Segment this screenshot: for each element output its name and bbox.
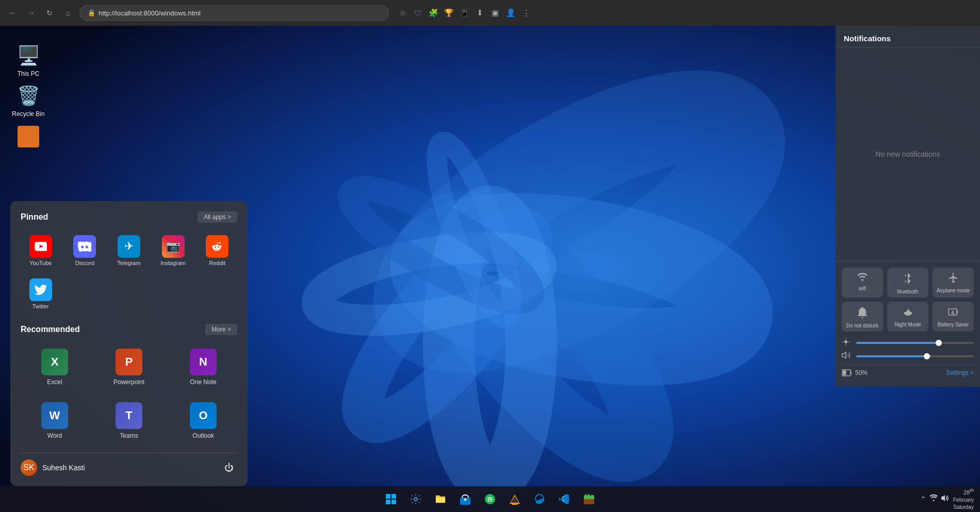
extra-icon (18, 126, 39, 147)
tray-expand-icon[interactable]: ⌃ (920, 495, 926, 503)
reddit-label: Reddit (209, 260, 225, 266)
svg-marker-30 (511, 496, 519, 503)
pinned-app-reddit[interactable]: Reddit (197, 231, 237, 270)
award-icon[interactable]: 🏆 (443, 7, 455, 19)
brightness-icon (842, 338, 852, 348)
recommended-app-teams[interactable]: T Teams (95, 397, 163, 444)
extensions-icon[interactable]: 🧩 (427, 7, 439, 19)
tab-icon[interactable]: ▣ (489, 7, 501, 19)
all-apps-button[interactable]: All apps > (198, 211, 237, 223)
recommended-title: Recommended (21, 325, 80, 334)
clock-month: February (953, 497, 974, 504)
back-button[interactable]: ← (5, 6, 20, 20)
recommended-app-onenote[interactable]: N One Note (169, 343, 237, 391)
desktop-icon-extra[interactable] (8, 124, 49, 150)
instagram-label: Instagram (160, 260, 186, 266)
home-button[interactable]: ⌂ (61, 6, 75, 20)
dnd-toggle[interactable]: Do not disturb (842, 302, 883, 332)
youtube-icon (29, 235, 52, 258)
pinned-header: Pinned All apps > (21, 211, 237, 223)
svg-rect-32 (512, 504, 518, 505)
svg-rect-19 (851, 371, 852, 374)
recommended-app-outlook[interactable]: O Outlook (169, 397, 237, 444)
twitter-icon (29, 278, 52, 301)
battery-info: 50% (842, 369, 868, 376)
power-button[interactable]: ⏻ (221, 459, 237, 476)
reload-button[interactable]: ↻ (42, 6, 57, 20)
night-mode-toggle[interactable]: Night Mode (887, 302, 928, 332)
brightness-slider[interactable] (856, 342, 974, 344)
onenote-icon: N (190, 349, 217, 375)
svg-rect-36 (588, 494, 590, 496)
taskbar-icon-files[interactable] (429, 488, 452, 510)
youtube-label: YouTube (29, 260, 52, 266)
svg-rect-35 (585, 494, 587, 497)
pinned-title: Pinned (21, 212, 48, 222)
taskbar-icon-vlc[interactable] (503, 488, 526, 510)
taskbar-icon-settings[interactable] (404, 488, 427, 510)
svg-rect-12 (957, 310, 958, 313)
url-text: http://localhost:8000/windows.html (99, 9, 201, 17)
taskbar-icon-vscode[interactable] (553, 488, 576, 510)
discord-label: Discord (75, 260, 94, 266)
address-bar[interactable]: 🔒 http://localhost:8000/windows.html (79, 5, 389, 21)
pinned-app-twitter[interactable]: Twitter (21, 274, 61, 313)
menu-icon[interactable]: ⋮ (520, 7, 532, 19)
taskbar-icon-spotify[interactable] (479, 488, 501, 510)
profile-icon[interactable]: 👤 (504, 7, 517, 19)
discord-icon (73, 235, 96, 258)
battery-saver-toggle[interactable]: Battery Saver (933, 302, 974, 332)
tray-volume-icon[interactable] (941, 494, 949, 503)
shield-icon[interactable]: 🛡 (412, 7, 424, 19)
teams-icon: T (116, 402, 142, 429)
dnd-icon (857, 307, 868, 321)
excel-icon: X (41, 349, 68, 375)
more-button[interactable]: More > (205, 324, 237, 335)
desktop: 🖥️ This PC 🗑️ Recycle Bin Pinned All app… (0, 26, 980, 512)
outlook-icon: O (190, 402, 217, 429)
airplane-toggle[interactable]: Airplane mode (933, 268, 974, 298)
device-icon[interactable]: 📱 (458, 7, 470, 19)
excel-label: Excel (47, 378, 62, 386)
recommended-app-word[interactable]: W Word (21, 397, 89, 444)
airplane-icon (948, 273, 958, 286)
recommended-app-powerpoint[interactable]: P Powerpoint (95, 343, 163, 391)
taskbar-icon-edge[interactable] (528, 488, 551, 510)
recommended-app-excel[interactable]: X Excel (21, 343, 89, 391)
user-name: Suhesh Kasti (42, 464, 85, 472)
notifications-empty: No new notifications (836, 47, 980, 261)
pinned-app-youtube[interactable]: YouTube (21, 231, 61, 270)
battery-row: 50% Settings > (842, 365, 974, 381)
desktop-icon-this-pc[interactable]: 🖥️ This PC (8, 41, 49, 79)
start-button[interactable] (380, 488, 402, 510)
battery-pct-label: 50% (855, 369, 868, 376)
taskbar-icon-minecraft[interactable] (578, 488, 600, 510)
taskbar-right: ⌃ 28th February Saturday (920, 487, 974, 511)
powerpoint-label: Powerpoint (113, 378, 144, 386)
taskbar-icon-store[interactable] (454, 488, 477, 510)
user-info[interactable]: SK Suhesh Kasti (21, 459, 85, 476)
taskbar: ⌃ 28th February Saturday (0, 486, 980, 512)
tray-wifi-icon[interactable] (929, 494, 938, 503)
recycle-bin-icon: 🗑️ (16, 84, 41, 108)
user-avatar: SK (21, 459, 37, 476)
desktop-icon-recycle-bin[interactable]: 🗑️ Recycle Bin (8, 81, 49, 120)
wifi-toggle[interactable]: wifi (842, 268, 883, 298)
recommended-header: Recommended More > (21, 324, 237, 335)
settings-link[interactable]: Settings > (946, 369, 974, 376)
notifications-title: Notifications (836, 26, 980, 47)
pinned-app-instagram[interactable]: 📷 Instagram (153, 231, 193, 270)
bookmark-icon[interactable]: ☆ (396, 7, 409, 19)
taskbar-clock[interactable]: 28th February Saturday (953, 487, 974, 511)
this-pc-icon: 🖥️ (16, 43, 41, 68)
bluetooth-toggle[interactable]: bluetooth (887, 268, 928, 298)
start-menu: Pinned All apps > YouTube Discord ✈ (10, 201, 248, 486)
svg-rect-37 (591, 495, 594, 497)
volume-slider-row (842, 352, 974, 360)
pinned-app-telegram[interactable]: ✈ Telegram (109, 231, 149, 270)
volume-slider[interactable] (856, 355, 974, 357)
forward-button[interactable]: → (24, 6, 38, 20)
pinned-app-discord[interactable]: Discord (65, 231, 105, 270)
download-icon[interactable]: ⬇ (473, 7, 486, 19)
battery-saver-icon (948, 307, 958, 320)
